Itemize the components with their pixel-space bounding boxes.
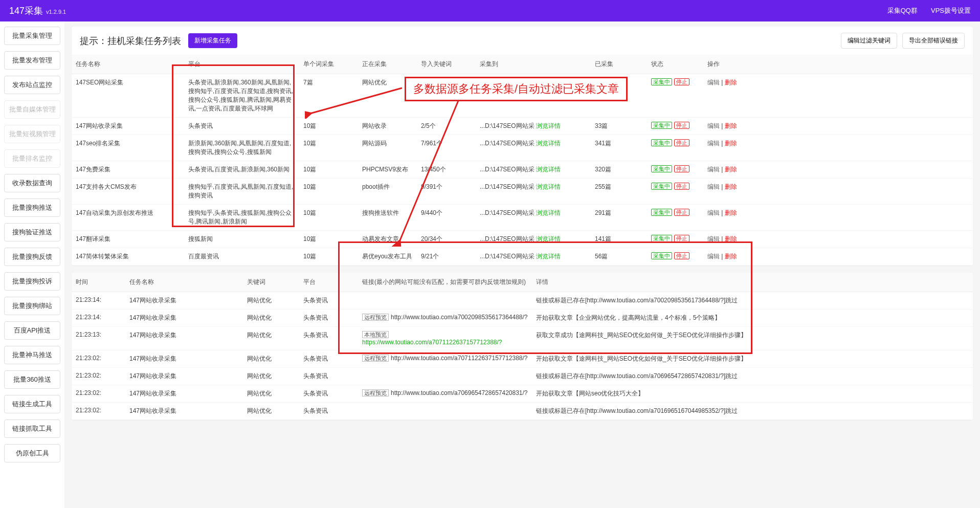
cell-time: 21:23:14: <box>72 310 125 327</box>
cell-collectto: ...D:\147SEO网站采 浏览详情 <box>476 248 591 266</box>
sidebar-item-3: 批量自媒体管理 <box>4 100 60 119</box>
log-url[interactable]: http://www.toutiao.com/a7069654728657420… <box>391 389 528 396</box>
view-detail-link[interactable]: 浏览详情 <box>536 140 561 147</box>
cell-platform: 新浪新闻,360新闻,凤凰新闻,百度知道,搜狗资讯,搜狗公众号,搜狐新闻 <box>184 135 299 161</box>
delete-link[interactable]: 删除 <box>725 122 737 129</box>
th-lname: 任务名称 <box>125 273 243 292</box>
sidebar-item-12[interactable]: 百度API推送 <box>4 321 60 340</box>
edit-link[interactable]: 编辑 <box>707 140 720 147</box>
sidebar-item-9[interactable]: 批量搜狗反馈 <box>4 248 60 266</box>
log-url[interactable]: https://www.toutiao.com/a707112263715771… <box>362 339 502 346</box>
local-preview-tag[interactable]: 本地预览 <box>362 331 389 338</box>
edit-link[interactable]: 编辑 <box>707 79 720 86</box>
cell-lname: 147网站收录采集 <box>125 403 243 420</box>
stop-button[interactable]: 停止 <box>674 183 689 190</box>
sidebar-item-16[interactable]: 链接抓取工具 <box>4 419 60 438</box>
table-row: 21:23:14:147网站收录采集网站优化头条资讯链接或标题已存在[http:… <box>72 292 973 310</box>
stop-button[interactable]: 停止 <box>674 165 689 172</box>
sidebar-item-7[interactable]: 批量搜狗推送 <box>4 198 60 217</box>
cell-collectto: ...D:\147SEO网站采 浏览详情 <box>476 161 591 179</box>
cell-single: 10篇 <box>299 248 358 266</box>
cell-status: 采集中停止 <box>647 205 703 231</box>
cell-status: 采集中停止 <box>647 248 703 266</box>
tasks-title: 提示：挂机采集任务列表 <box>80 35 181 47</box>
sidebar: 批量采集管理批量发布管理发布站点监控批量自媒体管理批量短视频管理批量排名监控收录… <box>0 21 64 508</box>
sidebar-item-13[interactable]: 批量神马推送 <box>4 346 60 364</box>
stop-button[interactable]: 停止 <box>674 139 689 146</box>
sidebar-item-6[interactable]: 收录数据查询 <box>4 174 60 192</box>
delete-link[interactable]: 删除 <box>725 209 737 216</box>
cell-importkw: 2/5个 <box>417 118 476 135</box>
cell-platform: 头条资讯,百度资讯,新浪新闻,360新闻 <box>184 161 299 179</box>
view-detail-link[interactable]: 浏览详情 <box>536 235 561 242</box>
sidebar-item-17[interactable]: 伪原创工具 <box>4 444 60 462</box>
cell-op: 编辑 | 删除 <box>703 205 973 231</box>
sidebar-item-15[interactable]: 链接生成工具 <box>4 395 60 413</box>
delete-link[interactable]: 删除 <box>725 166 737 173</box>
th-importkw: 导入关键词 <box>417 55 476 74</box>
view-detail-link[interactable]: 浏览详情 <box>536 253 561 260</box>
sidebar-item-8[interactable]: 搜狗验证推送 <box>4 223 60 241</box>
cell-kw: 网站优化 <box>243 310 299 327</box>
remote-preview-tag[interactable]: 远程预览 <box>362 314 389 321</box>
sidebar-item-0[interactable]: 批量采集管理 <box>4 27 60 45</box>
header-qq-link[interactable]: 采集QQ群 <box>887 6 918 15</box>
log-url[interactable]: http://www.toutiao.com/a7071122637157712… <box>391 355 528 362</box>
cell-single: 7篇 <box>299 74 358 118</box>
cell-importkw: 9/391个 <box>417 179 476 205</box>
cell-lplat: 头条资讯 <box>299 385 358 403</box>
delete-link[interactable]: 删除 <box>725 253 737 260</box>
stop-button[interactable]: 停止 <box>674 122 689 129</box>
delete-link[interactable]: 删除 <box>725 183 737 190</box>
remote-preview-tag[interactable]: 远程预览 <box>362 355 389 362</box>
sidebar-item-1[interactable]: 批量发布管理 <box>4 51 60 70</box>
sidebar-item-14[interactable]: 批量360推送 <box>4 370 60 389</box>
stop-button[interactable]: 停止 <box>674 209 689 216</box>
stop-button[interactable]: 停止 <box>674 235 689 242</box>
cell-status: 采集中停止 <box>647 231 703 248</box>
cell-lname: 147网站收录采集 <box>125 327 243 350</box>
cell-collecting: 网站源码 <box>358 135 417 161</box>
edit-link[interactable]: 编辑 <box>707 166 720 173</box>
export-errors-button[interactable]: 导出全部错误链接 <box>902 33 965 49</box>
edit-link[interactable]: 编辑 <box>707 209 720 216</box>
delete-link[interactable]: 删除 <box>725 79 737 86</box>
edit-link[interactable]: 编辑 <box>707 235 720 242</box>
cell-op: 编辑 | 删除 <box>703 118 973 135</box>
stop-button[interactable]: 停止 <box>674 78 689 85</box>
view-detail-link[interactable]: 浏览详情 <box>536 166 561 173</box>
sidebar-item-11[interactable]: 批量搜狗绑站 <box>4 297 60 315</box>
add-task-button[interactable]: 新增采集任务 <box>188 33 237 48</box>
cell-name: 147SEO网站采集 <box>72 74 184 118</box>
stop-button[interactable]: 停止 <box>674 252 689 259</box>
cell-status: 采集中停止 <box>647 118 703 135</box>
cell-kw: 网站优化 <box>243 327 299 350</box>
edit-link[interactable]: 编辑 <box>707 253 720 260</box>
cell-time: 21:23:14: <box>72 292 125 310</box>
cell-op: 编辑 | 删除 <box>703 161 973 179</box>
sidebar-item-2[interactable]: 发布站点监控 <box>4 76 60 94</box>
cell-time: 21:23:02: <box>72 403 125 420</box>
sidebar-item-10[interactable]: 批量搜狗投诉 <box>4 272 60 291</box>
th-single: 单个词采集 <box>299 55 358 74</box>
cell-single: 10篇 <box>299 161 358 179</box>
edit-filter-button[interactable]: 编辑过滤关键词 <box>841 33 897 49</box>
status-badge: 采集中 <box>651 78 672 85</box>
view-detail-link[interactable]: 浏览详情 <box>536 183 561 190</box>
header-vps-link[interactable]: VPS拨号设置 <box>931 6 971 15</box>
cell-importkw: 13/450个 <box>417 161 476 179</box>
delete-link[interactable]: 删除 <box>725 140 737 147</box>
table-row: 147支持各大CMS发布搜狗知乎,百度资讯,凤凰新闻,百度知道,搜狗资讯10篇p… <box>72 179 973 205</box>
status-badge: 采集中 <box>651 183 672 190</box>
cell-collecting: PHPCMSV9发布 <box>358 161 417 179</box>
remote-preview-tag[interactable]: 远程预览 <box>362 389 389 396</box>
log-url[interactable]: http://www.toutiao.com/a7002098535617364… <box>391 314 528 321</box>
view-detail-link[interactable]: 浏览详情 <box>536 122 561 129</box>
edit-link[interactable]: 编辑 <box>707 183 720 190</box>
delete-link[interactable]: 删除 <box>725 235 737 242</box>
edit-link[interactable]: 编辑 <box>707 122 720 129</box>
view-detail-link[interactable]: 浏览详情 <box>536 209 561 216</box>
status-badge: 采集中 <box>651 252 672 259</box>
view-detail-link[interactable]: 浏览详情 <box>536 79 561 86</box>
cell-link <box>358 368 532 385</box>
